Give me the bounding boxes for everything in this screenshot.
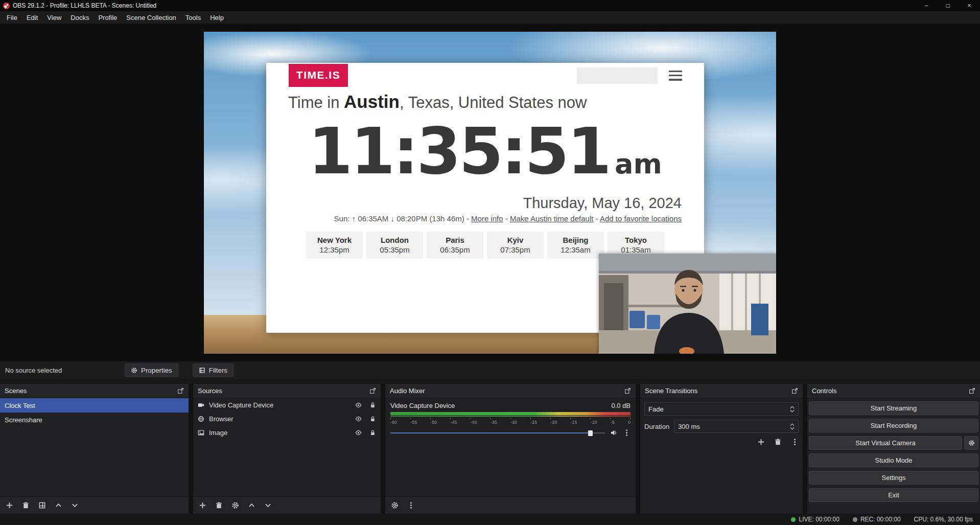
add-transition-button[interactable] (757, 438, 765, 446)
world-clock-newyork: New York12:35pm (306, 232, 363, 259)
minimize-button[interactable]: − (916, 0, 937, 11)
menu-docks[interactable]: Docks (66, 11, 94, 24)
obs-logo-icon (3, 3, 10, 9)
scene-filters-button[interactable] (38, 501, 46, 509)
scenes-popout-icon[interactable] (177, 387, 184, 394)
scenes-dock: Scenes Clock Test Screenshare (0, 384, 189, 514)
virtual-camera-settings-button[interactable] (964, 436, 978, 450)
transitions-popout-icon[interactable] (791, 387, 798, 394)
timeis-search-input (580, 67, 670, 84)
world-clock-kyiv: Kyiv07:35pm (487, 232, 544, 259)
remove-source-button[interactable] (215, 501, 223, 509)
menu-profile[interactable]: Profile (94, 11, 122, 24)
settings-button[interactable]: Settings (809, 471, 978, 485)
menu-scene-collection[interactable]: Scene Collection (122, 11, 181, 24)
world-clock-beijing: Beijing12:35am (547, 232, 604, 259)
move-scene-down-button[interactable] (71, 501, 79, 509)
heading-city: Austin (344, 92, 400, 111)
scenes-dock-title: Scenes (5, 387, 27, 395)
window-title: OBS 29.1.2 - Profile: LLHLS BETA - Scene… (13, 2, 916, 9)
sun-info-line: Sun: ↑ 06:35AM ↓ 08:20PM (13h 46m) - Mor… (334, 214, 682, 223)
source-status-text: No source selected (5, 367, 110, 374)
source-toolbar: No source selected Properties Filters (0, 361, 980, 379)
visibility-eye-icon[interactable] (355, 402, 362, 408)
advanced-audio-properties-button[interactable] (391, 501, 399, 509)
program-canvas[interactable]: TIME.IS Time in Austin, Texas, United St… (204, 32, 776, 354)
sources-dock-title: Sources (198, 387, 222, 395)
volume-meter-right (390, 416, 631, 417)
start-streaming-button[interactable]: Start Streaming (809, 401, 978, 415)
controls-popout-icon[interactable] (969, 387, 975, 394)
duration-spin-arrows-icon[interactable] (790, 423, 795, 430)
visibility-eye-icon[interactable] (355, 429, 362, 436)
remove-scene-button[interactable] (22, 501, 30, 509)
rec-status: REC: 00:00:00 (853, 516, 901, 523)
channel-options-dots-icon[interactable] (623, 429, 631, 437)
maximize-button[interactable]: □ (937, 0, 959, 11)
start-virtual-camera-button[interactable]: Start Virtual Camera (809, 436, 962, 450)
volume-slider[interactable] (390, 429, 605, 437)
move-scene-up-button[interactable] (55, 501, 62, 509)
volume-slider-handle[interactable] (588, 430, 593, 436)
source-properties-button[interactable] (231, 501, 239, 509)
add-scene-button[interactable] (6, 501, 13, 509)
sources-popout-icon[interactable] (369, 387, 376, 394)
menu-help[interactable]: Help (205, 11, 228, 24)
transition-select[interactable]: Fade (644, 402, 799, 416)
source-row-image[interactable]: Image (193, 426, 381, 440)
scene-transitions-dock: Scene Transitions Fade Duration (640, 384, 803, 514)
properties-button[interactable]: Properties (125, 363, 178, 377)
duration-spinbox[interactable] (674, 420, 799, 433)
add-source-button[interactable] (199, 501, 206, 509)
move-source-down-button[interactable] (264, 501, 272, 509)
make-default-link: Make Austin time default (510, 214, 593, 223)
lock-icon[interactable] (369, 402, 376, 408)
timeis-search-box (577, 67, 658, 84)
image-icon (198, 429, 204, 436)
lock-icon[interactable] (369, 429, 376, 436)
menu-view[interactable]: View (42, 11, 66, 24)
transitions-dock-title: Scene Transitions (645, 387, 697, 395)
webcam-overlay (599, 254, 776, 354)
speaker-icon[interactable] (610, 429, 618, 437)
status-bar: LIVE: 00:00:00 REC: 00:00:00 CPU: 0.6%, … (0, 514, 980, 525)
remove-transition-button[interactable] (774, 438, 782, 446)
menu-edit[interactable]: Edit (22, 11, 42, 24)
meter-scale: -60-55-50-45-40-35-30-25-20-15-10-50 (390, 420, 631, 425)
video-camera-icon (198, 402, 204, 408)
menu-tools[interactable]: Tools (181, 11, 205, 24)
globe-icon (198, 416, 204, 422)
close-button[interactable]: × (959, 0, 980, 11)
hamburger-menu-icon (669, 71, 682, 81)
filters-button[interactable]: Filters (193, 363, 234, 377)
heading-suffix: , Texas, United States now (400, 94, 587, 111)
visibility-eye-icon[interactable] (355, 416, 362, 422)
transition-select-arrows-icon[interactable] (790, 406, 795, 413)
filters-icon (199, 367, 205, 374)
audio-mixer-dock: Audio Mixer Video Capture Device 0.0 dB … (385, 384, 636, 514)
source-row-browser[interactable]: Browser (193, 412, 381, 426)
start-recording-button[interactable]: Start Recording (809, 419, 978, 432)
scene-item-screenshare[interactable]: Screenshare (0, 413, 189, 427)
source-row-video-capture[interactable]: Video Capture Device (193, 398, 381, 412)
timeis-logo: TIME.IS (289, 64, 348, 87)
duration-input[interactable] (678, 423, 790, 430)
scene-item-clock-test[interactable]: Clock Test (0, 398, 189, 413)
gear-icon (131, 367, 137, 374)
clock-time: 11:35:51 (308, 114, 610, 188)
transition-options-dots-icon[interactable] (791, 438, 799, 446)
dock-row: Scenes Clock Test Screenshare Sources (0, 384, 980, 514)
world-clock-london: London05:35pm (366, 232, 423, 259)
sun-times: Sun: ↑ 06:35AM ↓ 08:20PM (13h 46m) (334, 214, 464, 223)
exit-button[interactable]: Exit (809, 488, 978, 502)
menu-file[interactable]: File (2, 11, 22, 24)
clock-ampm: am (615, 148, 662, 180)
menu-bar: File Edit View Docks Profile Scene Colle… (0, 11, 980, 24)
move-source-up-button[interactable] (248, 501, 255, 509)
world-clock-paris: Paris06:35pm (427, 232, 483, 259)
studio-mode-button[interactable]: Studio Mode (809, 453, 978, 467)
mixer-options-dots-icon[interactable] (407, 501, 415, 509)
preview-area: TIME.IS Time in Austin, Texas, United St… (0, 24, 980, 361)
lock-icon[interactable] (369, 416, 376, 422)
mixer-popout-icon[interactable] (624, 387, 631, 394)
